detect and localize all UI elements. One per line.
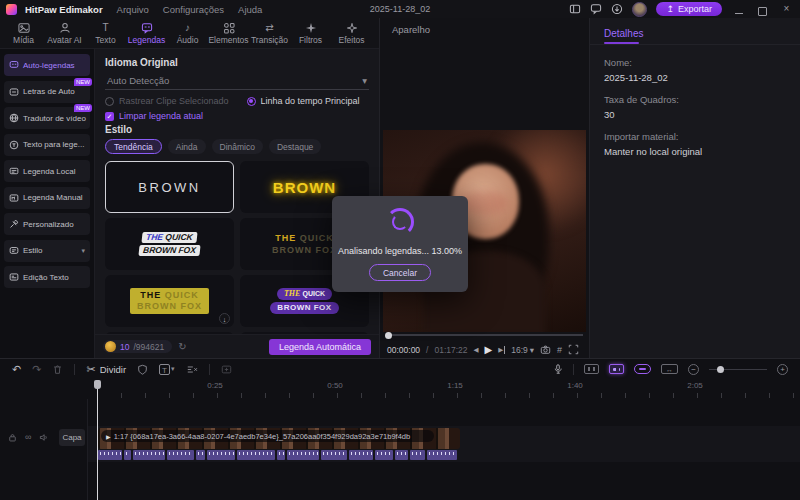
tab-texto[interactable]: T Texto (85, 22, 126, 45)
playback-progress-bar[interactable] (386, 334, 583, 336)
undo-icon[interactable]: ↶ (12, 364, 21, 375)
subtitle-segment[interactable] (349, 450, 373, 460)
previous-frame-button[interactable]: ◀ (474, 346, 479, 354)
text-tool-button[interactable]: T ▾ (159, 364, 175, 375)
menu-arquivo[interactable]: Arquivo (117, 4, 149, 15)
clear-captions-checkbox[interactable]: ✓ Limpar legenda atual (105, 111, 369, 121)
tab-label: Texto (95, 35, 115, 45)
sidebar-item-legenda-manual[interactable]: Legenda Manual (4, 187, 90, 209)
timeline-ruler[interactable]: 0:25 0:50 1:15 1:40 2:05 (95, 379, 800, 399)
tab-efeitos[interactable]: Efeitos (331, 22, 372, 45)
style-card-white-chip[interactable]: THE QUICK BROWN FOX (105, 218, 234, 270)
video-clip[interactable]: ▶ 1:17 {068a17ea-3a66-4aa8-0207-4e7aedb7… (98, 428, 460, 449)
download-center-icon[interactable] (611, 3, 623, 15)
redo-icon[interactable]: ↷ (32, 364, 41, 375)
subtitle-segment[interactable] (427, 450, 457, 460)
radio-main-timeline[interactable]: Linha do tempo Principal (247, 96, 360, 106)
tab-elementos[interactable]: Elementos (208, 22, 249, 45)
microphone-icon[interactable] (553, 363, 563, 375)
radio-selected-clip[interactable]: Rastrear Clipe Selecionado (105, 96, 229, 106)
zoom-out-button[interactable]: − (688, 364, 699, 375)
language-select[interactable]: Auto Detecção ▾ (105, 72, 369, 90)
sidebar-item-letras-de-auto[interactable]: Letras de Auto NEW (4, 81, 90, 103)
play-button[interactable]: ▶ (485, 344, 493, 355)
subtitle-segment[interactable] (237, 450, 275, 460)
export-button[interactable]: ↥ Exportar (656, 2, 722, 16)
style-sample-text: BROWN FOX (143, 245, 197, 255)
timeline-tracks: ∞ Capa ▶ 1:17 {068a17ea-3a66-4aa8-0207-4… (0, 399, 800, 500)
feedback-icon[interactable] (590, 3, 602, 15)
next-frame-button[interactable]: ▶ (498, 346, 505, 354)
tab-filtros[interactable]: Filtros (290, 22, 331, 45)
preview-frame-icon[interactable] (221, 364, 232, 375)
minimize-button[interactable] (731, 5, 746, 14)
snapshot-icon[interactable] (540, 344, 551, 355)
grid-overlay-icon[interactable]: # (557, 345, 562, 355)
subtitle-segment[interactable] (321, 450, 347, 460)
tab-label: Mídia (13, 35, 34, 45)
track-view-mixed-icon[interactable] (634, 364, 651, 374)
style-tab-tendencia[interactable]: Tendência (105, 139, 162, 154)
subtitle-segment[interactable] (98, 450, 122, 460)
style-card-plain[interactable]: BROWN (105, 161, 234, 213)
subtitle-segment[interactable] (410, 450, 425, 460)
tab-detalhes[interactable]: Detalhes (604, 28, 643, 44)
mute-icon[interactable] (39, 433, 48, 442)
fit-timeline-icon[interactable]: ↔ (661, 364, 678, 374)
sidebar-item-tradutor-de-video[interactable]: Tradutor de vídeo NEW (4, 107, 90, 129)
sidebar-item-edicao-texto[interactable]: Edição Texto (4, 266, 90, 288)
tab-audio[interactable]: ♪ Áudio (167, 22, 208, 45)
layout-panels-icon[interactable] (569, 3, 581, 15)
subtitle-segment[interactable] (167, 450, 194, 460)
menu-ajuda[interactable]: Ajuda (238, 4, 262, 15)
style-tab-destaque[interactable]: Destaque (269, 139, 321, 154)
subtitle-segment[interactable] (124, 450, 131, 460)
maximize-button[interactable] (755, 3, 770, 16)
sidebar-item-texto-para-legenda[interactable]: Texto para lege... (4, 134, 90, 156)
subtitle-segment[interactable] (133, 450, 165, 460)
tab-avatar-ai[interactable]: Avatar AI (44, 22, 85, 45)
style-tab-dinamico[interactable]: Dinâmico (212, 139, 263, 154)
track-view-detail-icon[interactable] (609, 364, 624, 374)
zoom-slider-knob[interactable] (717, 366, 724, 373)
timeline-zoom-slider[interactable] (709, 369, 767, 370)
subtitle-segment[interactable] (395, 450, 408, 460)
lock-icon[interactable] (8, 433, 17, 442)
close-button[interactable]: × (779, 0, 794, 18)
sidebar-item-personalizado[interactable]: Personalizado (4, 213, 90, 235)
playhead[interactable] (97, 381, 98, 500)
delete-icon[interactable] (52, 364, 63, 375)
tab-midia[interactable]: Mídia (3, 22, 44, 45)
user-avatar[interactable] (632, 2, 647, 17)
refresh-icon[interactable]: ↻ (178, 341, 186, 352)
subtitle-segment[interactable] (375, 450, 393, 460)
zoom-in-button[interactable]: + (777, 364, 788, 375)
track-view-compact-icon[interactable] (584, 364, 599, 374)
split-button[interactable]: ✂ Dividir (86, 364, 126, 375)
fullscreen-icon[interactable] (568, 344, 579, 355)
sidebar-item-legenda-local[interactable]: Legenda Local (4, 160, 90, 182)
details-tabrow: Detalhes (590, 18, 800, 45)
sidebar-item-auto-legendas[interactable]: Auto-legendas (4, 54, 90, 76)
aspect-ratio-select[interactable]: 16:9 ▾ (511, 345, 534, 355)
subtitle-segment[interactable] (207, 450, 235, 460)
marker-icon[interactable] (137, 364, 148, 375)
scissors-icon: ✂ (86, 364, 95, 375)
progress-knob[interactable] (385, 332, 392, 339)
clear-marks-icon[interactable] (186, 364, 198, 375)
link-icon[interactable]: ∞ (25, 433, 31, 442)
tab-transicao[interactable]: ⇄ Transição (249, 22, 290, 45)
cancel-button[interactable]: Cancelar (369, 264, 431, 281)
subtitle-segment[interactable] (287, 450, 319, 460)
menu-configuracoes[interactable]: Configurações (163, 4, 224, 15)
ruler-label: 2:05 (687, 381, 703, 390)
sidebar-item-estilo[interactable]: Estilo ▾ (4, 240, 90, 262)
style-tab-ainda[interactable]: Ainda (168, 139, 206, 154)
auto-caption-button[interactable]: Legenda Automática (269, 339, 371, 355)
style-card-yellow-box[interactable]: THE QUICKBROWN FOX ↓ (105, 275, 234, 327)
tab-legendas[interactable]: Legendas (126, 22, 167, 45)
cover-track-button[interactable]: Capa (59, 429, 85, 446)
subtitle-segment[interactable] (196, 450, 205, 460)
playhead-handle[interactable] (94, 380, 101, 389)
subtitle-segment[interactable] (277, 450, 285, 460)
